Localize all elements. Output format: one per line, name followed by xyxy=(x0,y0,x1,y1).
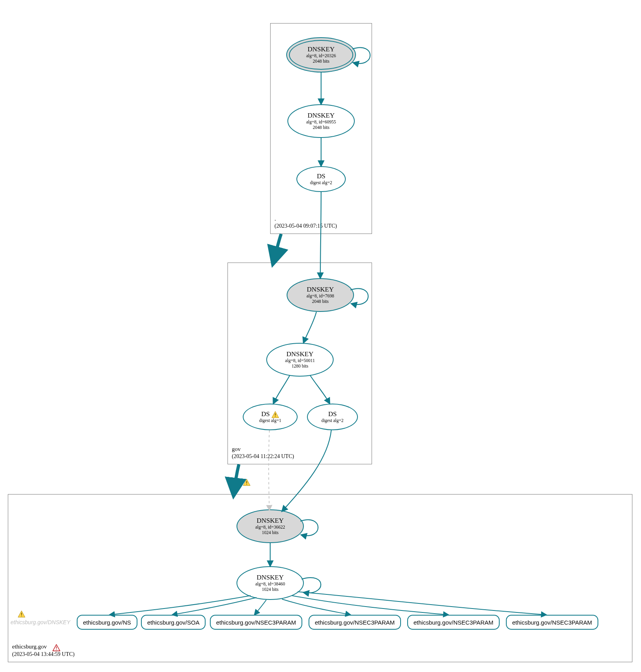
warning-icon xyxy=(271,411,279,418)
zone-domain-ts: (2023-05-04 13:44:59 UTC) xyxy=(12,651,74,657)
warning-icon xyxy=(18,610,25,618)
svg-rect-5 xyxy=(56,649,57,650)
node-title: DS xyxy=(261,410,270,418)
record-ns: ethicsburg.gov/NS xyxy=(77,615,137,630)
node-title: DNSKEY xyxy=(308,45,335,53)
node-sub2: 2048 bits xyxy=(313,125,330,130)
node-title: DS xyxy=(317,172,325,180)
node-gov-ds2: DS digest alg=2 xyxy=(307,404,358,430)
node-sub2: 1024 bits xyxy=(262,530,279,536)
error-icon xyxy=(52,644,60,651)
node-gov-ds1: DS digest alg=1 xyxy=(243,404,298,430)
record-soa: ethicsburg.gov/SOA xyxy=(141,615,206,630)
node-root-ds: DS digest alg=2 xyxy=(296,166,346,192)
node-domain-zsk: DNSKEY alg=8, id=38460 1024 bits xyxy=(237,566,304,600)
zone-gov-name: gov xyxy=(232,446,241,452)
node-sub2: 2048 bits xyxy=(312,299,329,304)
record-nsec3param-3: ethicsburg.gov/NSEC3PARAM xyxy=(407,615,500,630)
node-domain-ksk: DNSKEY alg=8, id=36622 1024 bits xyxy=(237,509,304,543)
node-root-ksk: DNSKEY alg=8, id=20326 2048 bits xyxy=(286,37,356,72)
node-sub2: 2048 bits xyxy=(313,59,330,64)
record-nsec3param-4: ethicsburg.gov/NSEC3PARAM xyxy=(506,615,598,630)
record-nsec3param-2: ethicsburg.gov/NSEC3PARAM xyxy=(309,615,401,630)
node-title: DNSKEY xyxy=(287,350,314,358)
record-nsec3param-1: ethicsburg.gov/NSEC3PARAM xyxy=(210,615,302,630)
svg-rect-7 xyxy=(21,613,22,615)
node-sub: alg=8, id=7698 xyxy=(307,293,334,299)
missing-dnskey: ethicsburg.gov/DNSKEY xyxy=(11,619,70,625)
node-sub: alg=8, id=50011 xyxy=(285,358,315,364)
node-sub: alg=8, id=20326 xyxy=(306,53,336,59)
svg-rect-2 xyxy=(275,416,276,417)
node-sub2: 1024 bits xyxy=(262,587,279,592)
svg-rect-1 xyxy=(275,413,276,416)
node-title: DNSKEY xyxy=(308,112,335,120)
node-title: DS xyxy=(328,410,337,418)
node-sub: digest alg=1 xyxy=(259,418,282,424)
svg-rect-11 xyxy=(246,484,247,485)
zone-root-ts: (2023-05-04 09:07:15 UTC) xyxy=(274,223,337,229)
node-sub: alg=8, id=60955 xyxy=(306,120,336,125)
node-title: DNSKEY xyxy=(257,574,284,581)
node-gov-ksk: DNSKEY alg=8, id=7698 2048 bits xyxy=(287,278,354,312)
zone-root-name: . xyxy=(274,216,276,222)
node-sub: alg=8, id=38460 xyxy=(255,581,285,587)
node-sub2: 1280 bits xyxy=(292,364,309,369)
node-sub: alg=8, id=36622 xyxy=(255,525,285,530)
node-gov-zsk: DNSKEY alg=8, id=50011 1280 bits xyxy=(266,343,334,377)
node-root-zsk: DNSKEY alg=8, id=60955 2048 bits xyxy=(287,104,355,138)
delegation-warning-icon xyxy=(243,479,251,486)
svg-rect-4 xyxy=(56,647,57,649)
zone-domain-name: ethicsburg.gov xyxy=(12,643,47,650)
svg-rect-8 xyxy=(21,616,22,616)
zone-gov-ts: (2023-05-04 11:22:24 UTC) xyxy=(232,453,294,459)
svg-rect-10 xyxy=(246,481,247,484)
node-sub: digest alg=2 xyxy=(321,418,344,424)
node-title: DNSKEY xyxy=(307,286,334,293)
node-title: DNSKEY xyxy=(257,517,284,525)
node-sub: digest alg=2 xyxy=(310,180,332,186)
zone-domain: ethicsburg.gov (2023-05-04 13:44:59 UTC) xyxy=(8,494,632,662)
